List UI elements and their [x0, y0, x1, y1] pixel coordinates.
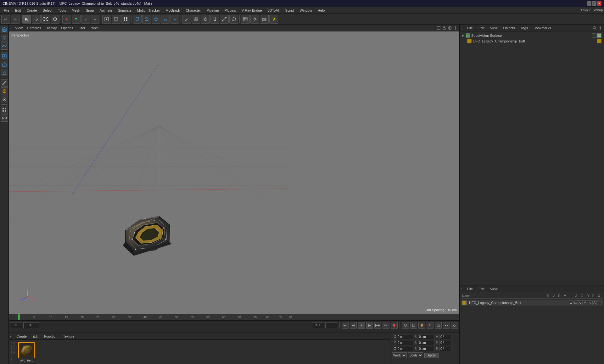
magnet-button[interactable] [210, 15, 219, 24]
tl-mode-3[interactable] [418, 322, 425, 329]
redo-button[interactable]: ↪ [11, 15, 20, 24]
mat-menu-function[interactable]: Function [42, 334, 59, 339]
sidebar-btn-4[interactable] [1, 52, 8, 60]
x-axis-button[interactable]: X [62, 15, 71, 24]
attr-icon-3[interactable] [578, 301, 583, 305]
obj-menu-file[interactable]: File [466, 26, 474, 30]
attr-icon-1[interactable] [569, 301, 573, 305]
edge-button[interactable] [220, 15, 229, 24]
sidebar-btn-3[interactable] [1, 42, 8, 50]
timeline-play-fwd[interactable]: ▶ [366, 322, 373, 329]
x-scale-input[interactable] [418, 334, 434, 339]
menu-select[interactable]: Select [40, 8, 55, 13]
vp-menu-panel[interactable]: Panel [88, 26, 100, 30]
y-axis-button[interactable]: Y [72, 15, 81, 24]
fps-input[interactable] [325, 323, 337, 328]
timeline-play-fwd2[interactable]: ▶▶ [374, 322, 381, 329]
apply-button[interactable]: Apply [424, 353, 439, 358]
current-frame-input[interactable] [10, 323, 22, 328]
sidebar-btn-8[interactable]: $ [1, 87, 8, 95]
maximize-view-icon[interactable] [436, 25, 441, 30]
menu-snap[interactable]: Snap [83, 8, 97, 13]
sidebar-btn-10[interactable] [1, 106, 8, 113]
polygon-button[interactable] [229, 15, 238, 24]
tl-mode-2[interactable] [410, 322, 417, 329]
sidebar-btn-2[interactable] [1, 34, 8, 41]
world-space-select[interactable]: World Local [392, 352, 407, 358]
attr-icon-7[interactable] [597, 301, 601, 305]
menu-simulate[interactable]: Simulate [115, 8, 134, 13]
timeline-play-back[interactable]: ◀ [350, 322, 357, 329]
menu-help[interactable]: Help [315, 8, 327, 13]
obj-settings-icon[interactable] [598, 25, 603, 30]
obj-item-ufc-belt[interactable]: UFC_Legacy_Championship_Belt [461, 38, 603, 44]
timeline-record[interactable] [391, 322, 398, 329]
menu-mograph[interactable]: MoGraph [163, 8, 183, 13]
attr-icon-lock[interactable] [592, 301, 597, 305]
grid-button[interactable] [241, 15, 250, 24]
attr-icon-2[interactable] [573, 301, 578, 305]
h-rot-input[interactable] [439, 334, 451, 339]
scale-tool-button[interactable] [41, 15, 50, 24]
obj-search-icon[interactable] [592, 25, 597, 30]
menu-tools[interactable]: Tools [55, 8, 69, 13]
y-scale-input[interactable] [418, 340, 434, 345]
attr-icon-4[interactable] [583, 301, 587, 305]
obj-menu-tags[interactable]: Tags [519, 26, 529, 30]
sidebar-btn-6[interactable] [1, 69, 8, 76]
obj-menu-view[interactable]: View [489, 26, 499, 30]
menu-plugins[interactable]: Plugins [222, 8, 238, 13]
attr-menu-file[interactable]: File [466, 287, 474, 291]
tl-mode-5[interactable] [435, 322, 442, 329]
attr-menu-edit[interactable]: Edit [477, 287, 486, 291]
maximize-button[interactable]: □ [592, 1, 596, 6]
move-tool-button[interactable] [32, 15, 41, 24]
frame-input-2[interactable] [23, 323, 39, 328]
menu-vray[interactable]: V-Ray Bridge [239, 8, 265, 13]
obj-menu-objects[interactable]: Objects [502, 26, 517, 30]
menu-edit[interactable]: Edit [13, 8, 24, 13]
menu-file[interactable]: File [1, 8, 12, 13]
render-to-view-button[interactable] [102, 15, 111, 24]
vp-menu-display[interactable]: Display [44, 26, 58, 30]
cube-button[interactable] [133, 15, 142, 24]
select-tool-button[interactable] [22, 15, 31, 24]
attr-menu-view[interactable]: View [489, 287, 499, 291]
vp-menu-filter[interactable]: Filter [76, 26, 87, 30]
menu-pipeline[interactable]: Pipeline [204, 8, 221, 13]
tl-mode-1[interactable] [402, 322, 409, 329]
obj-menu-edit[interactable]: Edit [477, 26, 486, 30]
menu-script[interactable]: Script [283, 8, 297, 13]
mat-menu-texture[interactable]: Texture [61, 334, 76, 339]
sidebar-btn-11[interactable] [1, 114, 8, 122]
obj-visible-icon[interactable]: ✓ [592, 33, 596, 38]
vp-menu-view[interactable]: View [14, 26, 24, 30]
cylinder-button[interactable] [152, 15, 160, 24]
sphere-button[interactable] [142, 15, 151, 24]
vp-menu-options[interactable]: Options [60, 26, 75, 30]
add-object-button[interactable]: + [171, 15, 179, 24]
z-scale-input[interactable] [418, 346, 434, 351]
render-region-button[interactable] [112, 15, 120, 24]
menu-animate[interactable]: Animate [97, 8, 115, 13]
camera-tool-button[interactable] [260, 15, 269, 24]
attr-icon-5[interactable] [588, 301, 592, 305]
lock-view-icon[interactable] [442, 25, 447, 30]
tl-mode-6[interactable] [443, 322, 450, 329]
timeline-stop[interactable]: ■ [358, 322, 365, 329]
sidebar-btn-9[interactable] [1, 96, 8, 103]
viewport[interactable]: X Y Z Perspective Grid Spacing : 10 cm [9, 31, 459, 314]
z-pos-input[interactable] [397, 346, 413, 351]
timeline-jump-start[interactable]: ⏮ [342, 322, 349, 329]
menu-3dtoall[interactable]: 3DToAll [265, 8, 282, 13]
light-tool-button[interactable] [269, 15, 278, 24]
render-icon[interactable] [447, 25, 452, 30]
knife-button[interactable] [182, 15, 191, 24]
mat-menu-edit[interactable]: Edit [31, 334, 40, 339]
z-axis-button[interactable]: Z [81, 15, 90, 24]
vp-menu-cameras[interactable]: Cameras [25, 26, 43, 30]
material-item[interactable]: UFC_Be... [18, 342, 35, 362]
sidebar-btn-7[interactable] [1, 79, 8, 87]
b-rot-input[interactable] [439, 346, 451, 351]
menu-motion-tracker[interactable]: Motion Tracker [135, 8, 163, 13]
